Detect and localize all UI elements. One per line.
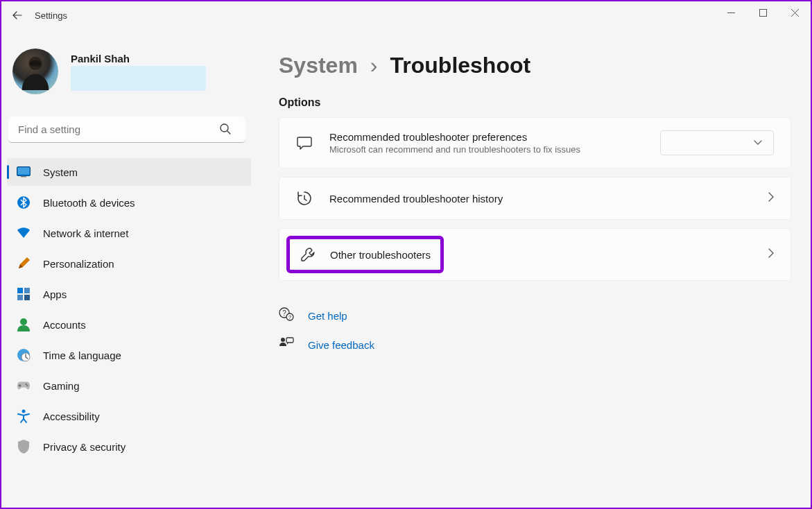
history-card[interactable]: Recommended troubleshooter history <box>279 177 791 220</box>
search-icon <box>219 123 232 138</box>
wrench-icon <box>300 246 316 263</box>
sidebar-item-system[interactable]: System <box>7 158 251 186</box>
window-title: Settings <box>35 10 67 21</box>
sidebar-item-label: Accessibility <box>43 411 100 422</box>
svg-rect-23 <box>286 338 293 343</box>
svg-point-16 <box>26 385 28 386</box>
card-title: Recommended troubleshooter preferences <box>329 131 643 143</box>
recommended-preferences-card[interactable]: Recommended troubleshooter preferences M… <box>279 117 791 169</box>
sidebar-item-label: Privacy & security <box>43 441 126 453</box>
give-feedback-link[interactable]: Give feedback <box>308 339 374 351</box>
profile-subtext <box>71 66 206 91</box>
breadcrumb-separator: › <box>370 53 378 78</box>
svg-rect-6 <box>21 176 26 178</box>
bluetooth-icon <box>17 196 31 209</box>
svg-rect-5 <box>18 168 30 175</box>
titlebar: Settings <box>1 1 811 29</box>
help-links: ?? Get help Give feedback <box>279 307 791 353</box>
breadcrumb: System › Troubleshoot <box>279 53 791 78</box>
sidebar: Pankil Shah System Bluetooth & devices N… <box>1 29 251 508</box>
sidebar-item-network[interactable]: Network & internet <box>7 219 251 247</box>
sidebar-item-label: Apps <box>43 288 67 300</box>
sidebar-item-bluetooth[interactable]: Bluetooth & devices <box>7 189 251 216</box>
svg-point-17 <box>22 410 26 413</box>
svg-rect-8 <box>17 288 23 293</box>
breadcrumb-parent[interactable]: System <box>279 53 358 78</box>
maximize-icon <box>759 9 767 17</box>
window-controls <box>715 1 811 24</box>
gamepad-icon <box>17 379 31 392</box>
svg-point-12 <box>20 318 27 325</box>
svg-rect-11 <box>24 295 30 300</box>
chevron-right-icon <box>768 248 774 261</box>
sidebar-item-label: Bluetooth & devices <box>43 197 135 209</box>
feedback-icon <box>279 336 293 353</box>
help-icon: ?? <box>279 307 293 324</box>
other-troubleshooters-card[interactable]: Other troubleshooters <box>279 228 791 281</box>
options-heading: Options <box>279 96 791 109</box>
svg-point-15 <box>26 383 27 385</box>
profile[interactable]: Pankil Shah <box>7 29 251 107</box>
main-content: System › Troubleshoot Options Recommende… <box>251 29 811 508</box>
person-icon <box>17 318 31 331</box>
sidebar-item-personalization[interactable]: Personalization <box>7 250 251 277</box>
card-subtitle: Microsoft can recommend and run troubles… <box>329 144 643 155</box>
breadcrumb-current: Troubleshoot <box>390 53 531 78</box>
profile-name: Pankil Shah <box>71 53 206 64</box>
close-button[interactable] <box>779 1 811 24</box>
wifi-icon <box>17 226 31 240</box>
sidebar-item-label: Personalization <box>43 258 114 270</box>
accessibility-icon <box>17 409 31 423</box>
svg-point-22 <box>281 338 285 342</box>
chat-bubble-icon <box>296 135 313 151</box>
svg-rect-10 <box>17 295 23 300</box>
svg-rect-2 <box>30 62 40 66</box>
apps-icon <box>17 287 31 301</box>
chevron-right-icon <box>768 192 774 205</box>
close-icon <box>791 9 799 17</box>
sidebar-item-gaming[interactable]: Gaming <box>7 372 251 399</box>
sidebar-item-label: System <box>43 166 78 178</box>
system-icon <box>17 165 31 179</box>
card-title: Other troubleshooters <box>330 249 431 261</box>
highlight-box: Other troubleshooters <box>286 236 444 273</box>
svg-rect-9 <box>24 288 30 293</box>
get-help-row: ?? Get help <box>279 307 791 324</box>
preferences-dropdown[interactable] <box>660 130 774 155</box>
svg-point-3 <box>221 124 228 132</box>
clock-globe-icon <box>17 348 31 362</box>
arrow-left-icon <box>12 10 23 21</box>
maximize-button[interactable] <box>747 1 779 24</box>
sidebar-item-time-language[interactable]: Time & language <box>7 341 251 369</box>
shield-icon <box>17 440 31 454</box>
sidebar-item-apps[interactable]: Apps <box>7 280 251 308</box>
svg-text:?: ? <box>288 314 292 320</box>
get-help-link[interactable]: Get help <box>308 310 347 322</box>
svg-rect-0 <box>759 9 766 16</box>
card-title: Recommended troubleshooter history <box>329 193 752 205</box>
sidebar-item-privacy[interactable]: Privacy & security <box>7 433 251 460</box>
svg-text:?: ? <box>282 309 286 317</box>
sidebar-item-label: Time & language <box>43 350 121 361</box>
give-feedback-row: Give feedback <box>279 336 791 353</box>
history-icon <box>296 190 313 207</box>
minimize-icon <box>727 9 735 17</box>
sidebar-item-accessibility[interactable]: Accessibility <box>7 402 251 430</box>
paintbrush-icon <box>17 257 31 270</box>
back-button[interactable] <box>7 5 28 26</box>
search-input[interactable] <box>8 117 245 143</box>
sidebar-item-label: Network & internet <box>43 227 128 239</box>
minimize-button[interactable] <box>715 1 747 24</box>
sidebar-item-label: Gaming <box>43 380 80 392</box>
nav: System Bluetooth & devices Network & int… <box>7 158 251 460</box>
avatar <box>12 49 58 94</box>
search <box>8 117 245 143</box>
sidebar-item-label: Accounts <box>43 319 86 331</box>
sidebar-item-accounts[interactable]: Accounts <box>7 311 251 338</box>
chevron-down-icon <box>754 140 762 146</box>
